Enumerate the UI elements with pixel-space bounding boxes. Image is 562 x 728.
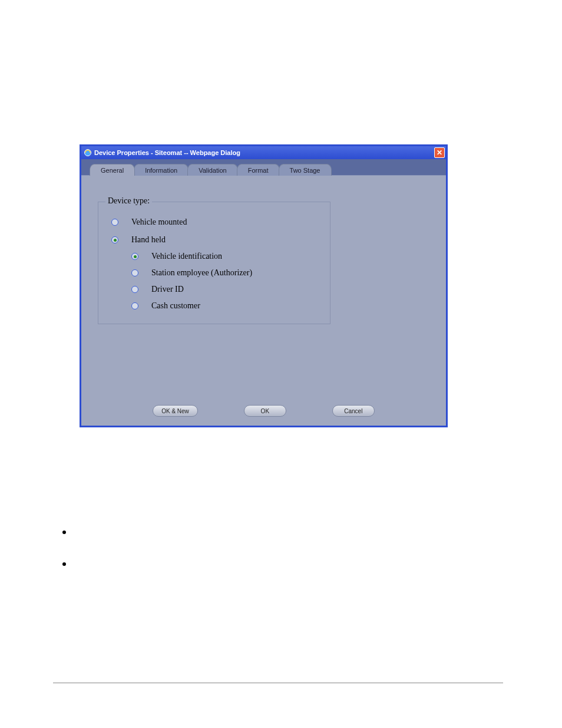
tab-format[interactable]: Format xyxy=(237,164,280,176)
radio-hand-held[interactable] xyxy=(111,236,118,243)
cancel-button[interactable]: Cancel xyxy=(332,405,375,417)
tab-two-stage[interactable]: Two Stage xyxy=(279,164,332,176)
device-type-group: Device type: Vehicle mounted Hand held V… xyxy=(98,202,330,324)
radio-station-employee-row: Station employee (Authorizer) xyxy=(131,268,319,278)
button-row: OK & New OK Cancel xyxy=(81,396,446,426)
radio-hand-held-label: Hand held xyxy=(131,235,166,245)
ie-icon xyxy=(84,149,92,157)
ok-new-button[interactable]: OK & New xyxy=(153,405,198,417)
radio-vehicle-identification-label: Vehicle identification xyxy=(151,252,222,261)
radio-vehicle-identification-row: Vehicle identification xyxy=(131,252,319,261)
tabs-row: General Information Validation Format Tw… xyxy=(81,159,446,176)
radio-vehicle-mounted[interactable] xyxy=(111,219,118,226)
footer-divider xyxy=(53,683,503,683)
radio-vehicle-mounted-label: Vehicle mounted xyxy=(131,218,187,227)
radio-driver-id-label: Driver ID xyxy=(151,285,184,294)
page-bullets xyxy=(62,531,66,594)
radio-vehicle-identification[interactable] xyxy=(131,253,138,260)
dialog-body: Device type: Vehicle mounted Hand held V… xyxy=(81,176,446,396)
radio-driver-id[interactable] xyxy=(131,286,138,293)
close-icon: ✕ xyxy=(437,149,442,157)
radio-hand-held-row: Hand held xyxy=(111,235,319,245)
tab-information[interactable]: Information xyxy=(134,164,189,176)
radio-cash-customer-label: Cash customer xyxy=(151,301,200,311)
device-properties-dialog: Device Properties - Siteomat -- Webpage … xyxy=(80,144,448,427)
radio-cash-customer-row: Cash customer xyxy=(131,301,319,311)
radio-station-employee-label: Station employee (Authorizer) xyxy=(151,268,252,278)
bullet-item xyxy=(62,531,66,534)
radio-driver-id-row: Driver ID xyxy=(131,285,319,294)
tab-general[interactable]: General xyxy=(90,164,135,176)
radio-vehicle-mounted-row: Vehicle mounted xyxy=(111,218,319,227)
ok-button[interactable]: OK xyxy=(244,405,286,417)
radio-station-employee[interactable] xyxy=(131,269,138,276)
bullet-item xyxy=(62,562,66,566)
titlebar: Device Properties - Siteomat -- Webpage … xyxy=(81,146,446,159)
tab-validation[interactable]: Validation xyxy=(187,164,238,176)
group-legend: Device type: xyxy=(105,196,152,206)
dialog-title: Device Properties - Siteomat -- Webpage … xyxy=(94,149,240,156)
sub-options: Vehicle identification Station employee … xyxy=(131,252,319,311)
close-button[interactable]: ✕ xyxy=(434,147,445,158)
radio-cash-customer[interactable] xyxy=(131,302,138,309)
